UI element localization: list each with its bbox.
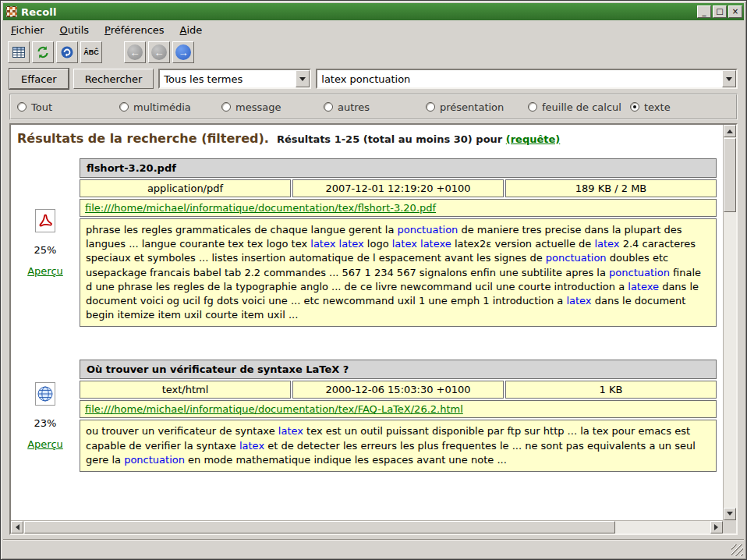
result-date: 2000-12-06 15:03:30 +0100 [292,381,504,399]
relevance-percent: 25% [34,244,57,256]
horizontal-scrollbar-thumb[interactable] [24,521,615,533]
term-explorer-button[interactable]: ÂBĈ [80,41,102,63]
filter-label: présentation [440,101,504,113]
arrow-up-icon [727,126,733,133]
first-page-button[interactable]: ← [124,41,146,63]
previous-page-icon: ← [151,44,167,60]
filter-message[interactable]: message [221,101,324,113]
search-button[interactable]: Rechercher [73,69,154,89]
scroll-left-button[interactable] [11,521,23,533]
result-url-link[interactable]: file:///home/michael/informatique/docume… [85,202,436,214]
window-controls: _ □ × [697,5,742,18]
result-item: 25% Aperçu flshort-3.20.pdf application/… [17,158,718,327]
result-meta-row: application/pdf 2007-12-01 12:19:20 +010… [80,179,717,197]
menu-fichier[interactable]: Fichier [11,24,44,36]
previous-page-button[interactable]: ← [148,41,170,63]
result-meta-row: text/html 2000-12-06 15:03:30 +0100 1 KB [80,381,717,399]
results-summary: Résultats 1-25 (total au moins 30) pour … [277,133,560,145]
radio-icon [17,102,27,112]
filter-feuille-de-calcul[interactable]: feuille de calcul [528,101,630,113]
filter-label: texte [644,101,671,113]
vertical-scrollbar-track[interactable] [724,137,736,508]
result-date: 2007-12-01 12:19:20 +0100 [292,179,504,197]
close-button[interactable]: × [728,5,742,18]
search-bar: Effacer Rechercher Tous les termes [3,66,744,92]
filter-texte[interactable]: texte [630,101,732,113]
radio-icon [426,102,435,112]
result-title: Où trouver un vérificateur de syntaxe La… [80,360,717,379]
results-content: Résultats de la recherche (filtered).Rés… [11,125,723,520]
result-table: Où trouver un vérificateur de syntaxe La… [80,360,717,472]
first-page-icon: ← [127,44,143,60]
menu-preferences[interactable]: Préférences [104,24,164,36]
update-index-icon [36,45,50,59]
filter-bar: Toutmultimédiamessageautresprésentationf… [9,94,738,120]
query-history-button[interactable] [56,41,78,63]
query-details-link[interactable]: (requête) [506,133,561,145]
arrow-right-icon [714,524,721,530]
filter-label: autres [338,101,370,113]
update-index-button[interactable] [32,41,54,63]
window-title: Recoll [21,6,693,18]
preview-link[interactable]: Aperçu [27,265,63,277]
recoll-app-icon [6,6,17,17]
results-table-button[interactable] [8,41,30,63]
search-mode-value: Tous les termes [160,70,296,87]
html-file-icon [35,382,55,408]
next-page-icon: → [175,44,191,60]
results-list: 25% Aperçu flshort-3.20.pdf application/… [17,158,718,472]
circular-arrow-icon [60,45,74,59]
next-page-button[interactable]: → [172,41,194,63]
result-table: flshort-3.20.pdf application/pdf 2007-12… [80,158,717,327]
filter-label: feuille de calcul [542,101,621,113]
search-query-input[interactable] [317,70,722,87]
toolbar-separator [104,52,122,53]
menu-aide[interactable]: Aide [180,24,203,36]
relevance-percent: 23% [34,417,57,429]
result-left-column: 23% Aperçu [17,360,73,472]
result-snippet: phrase les regles grammaticales de chaqu… [80,218,717,327]
scroll-up-button[interactable] [724,125,736,137]
clear-search-button[interactable]: Effacer [9,69,69,89]
radio-icon [528,102,537,112]
scroll-down-button[interactable] [724,508,736,520]
triangle-glyph [299,77,306,84]
pdf-file-icon [35,209,55,235]
result-item: 23% Aperçu Où trouver un vérificateur de… [17,360,718,472]
chevron-down-icon[interactable] [722,70,736,87]
horizontal-scrollbar[interactable] [11,520,723,533]
results-header: Résultats de la recherche (filtered).Rés… [17,131,718,146]
vertical-scrollbar-thumb[interactable] [724,138,736,212]
results-title: Résultats de la recherche (filtered). [17,131,269,146]
search-query-combo [316,69,738,89]
filter-multimedia[interactable]: multimédia [119,101,221,113]
term-explorer-icon: ÂBĈ [83,48,99,56]
triangle-glyph [726,77,732,84]
title-bar[interactable]: Recoll _ □ × [3,3,744,20]
menu-outils[interactable]: Outils [60,24,90,36]
result-url-cell: file:///home/michael/informatique/docume… [80,400,717,418]
scrollbar-corner [723,520,736,533]
scroll-right-button[interactable] [710,521,723,533]
filter-label: message [235,101,281,113]
search-mode-select[interactable]: Tous les termes [158,69,311,89]
radio-icon [119,102,129,112]
results-table-icon [12,45,26,59]
radio-icon [324,102,333,112]
result-size: 1 KB [505,381,717,399]
chevron-down-icon[interactable] [296,70,310,87]
filter-autres[interactable]: autres [324,101,426,113]
horizontal-scrollbar-track[interactable] [23,521,710,533]
result-mime: text/html [80,381,291,399]
result-url-cell: file:///home/michael/informatique/docume… [80,199,717,217]
vertical-scrollbar[interactable] [723,125,736,520]
minimize-button[interactable]: _ [697,5,711,18]
result-url-link[interactable]: file:///home/michael/informatique/docume… [85,403,463,415]
filter-label: Tout [31,101,52,113]
result-mime: application/pdf [80,179,291,197]
filter-tout[interactable]: Tout [17,101,119,113]
filter-presentation[interactable]: présentation [426,101,528,113]
preview-link[interactable]: Aperçu [27,438,63,450]
resize-grip[interactable] [731,544,743,556]
maximize-button[interactable]: □ [713,5,727,18]
